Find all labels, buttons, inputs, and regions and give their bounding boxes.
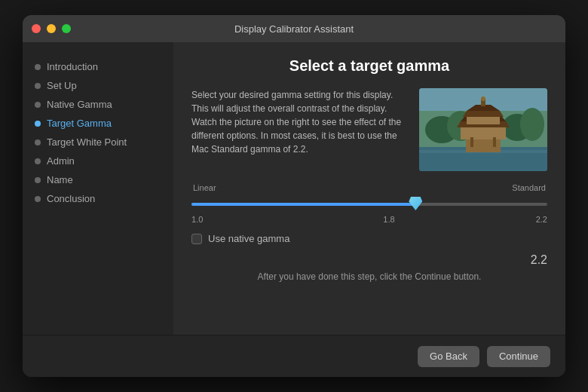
sidebar-label: Target White Point bbox=[47, 136, 127, 148]
sidebar-dot bbox=[35, 177, 41, 183]
sidebar-label: Conclusion bbox=[47, 193, 95, 204]
description-text: Select your desired gamma setting for th… bbox=[191, 88, 409, 171]
svg-marker-14 bbox=[463, 111, 504, 117]
svg-rect-10 bbox=[461, 127, 506, 139]
traffic-lights bbox=[32, 24, 71, 33]
sidebar-dot bbox=[35, 83, 41, 89]
slider-right-label: Standard bbox=[512, 183, 546, 192]
sidebar-label: Admin bbox=[47, 155, 75, 167]
slider-top-labels: Linear Standard bbox=[191, 183, 547, 192]
gamma-slider-section: Linear Standard 1.0 1.8 2.2 bbox=[191, 183, 547, 224]
native-gamma-checkbox[interactable] bbox=[191, 234, 202, 244]
sidebar-dot bbox=[35, 139, 41, 145]
slider-value-labels: 1.0 1.8 2.2 bbox=[191, 215, 547, 224]
svg-point-6 bbox=[520, 108, 544, 141]
body-section: Select your desired gamma setting for th… bbox=[191, 88, 547, 171]
sidebar-item-admin[interactable]: Admin bbox=[23, 152, 173, 170]
sidebar-item-conclusion[interactable]: Conclusion bbox=[23, 189, 173, 208]
slider-track[interactable] bbox=[191, 203, 547, 206]
sidebar-label: Set Up bbox=[47, 80, 77, 91]
continue-button[interactable]: Continue bbox=[487, 346, 550, 367]
sidebar-dot bbox=[35, 64, 41, 70]
preview-scene-svg bbox=[419, 88, 547, 171]
minimize-button[interactable] bbox=[47, 24, 56, 33]
sidebar-dot bbox=[35, 102, 41, 108]
slider-val-current: 2.2 bbox=[536, 215, 547, 224]
preview-image bbox=[419, 88, 547, 171]
sidebar-item-target-gamma[interactable]: Target Gamma bbox=[23, 114, 173, 133]
sidebar-label: Native Gamma bbox=[47, 99, 112, 110]
native-gamma-checkbox-row[interactable]: Use native gamma bbox=[191, 233, 547, 244]
slider-val-mid: 1.8 bbox=[383, 215, 394, 224]
slider-fill bbox=[191, 203, 415, 206]
sidebar-item-name[interactable]: Name bbox=[23, 170, 173, 189]
sidebar-item-introduction[interactable]: Introduction bbox=[23, 57, 173, 76]
slider-left-label: Linear bbox=[193, 183, 216, 192]
page-title: Select a target gamma bbox=[191, 57, 547, 75]
slider-track-container[interactable] bbox=[191, 195, 547, 213]
sidebar-dot-active bbox=[35, 121, 41, 127]
main-panel: Select a target gamma Select your desire… bbox=[173, 42, 565, 335]
sidebar: Introduction Set Up Native Gamma Target … bbox=[23, 42, 173, 335]
svg-point-17 bbox=[481, 96, 485, 101]
sidebar-label-active: Target Gamma bbox=[47, 118, 112, 129]
bottom-instruction: After you have done this step, click the… bbox=[191, 271, 547, 282]
svg-rect-13 bbox=[467, 117, 500, 124]
gamma-value-display: 2.2 bbox=[191, 253, 547, 267]
main-content: Introduction Set Up Native Gamma Target … bbox=[23, 42, 565, 335]
thumb-shape-icon bbox=[409, 197, 422, 210]
application-window: Display Calibrator Assistant Introductio… bbox=[23, 15, 565, 377]
svg-rect-19 bbox=[493, 137, 496, 147]
sidebar-item-target-white-point[interactable]: Target White Point bbox=[23, 133, 173, 152]
sidebar-dot bbox=[35, 196, 41, 202]
footer: Go Back Continue bbox=[23, 335, 565, 377]
slider-val-min: 1.0 bbox=[191, 215, 203, 224]
close-button[interactable] bbox=[32, 24, 41, 33]
sidebar-label: Name bbox=[47, 174, 73, 185]
maximize-button[interactable] bbox=[62, 24, 71, 33]
titlebar: Display Calibrator Assistant bbox=[23, 15, 565, 42]
slider-thumb[interactable] bbox=[409, 197, 422, 212]
svg-rect-18 bbox=[470, 137, 473, 147]
sidebar-label: Introduction bbox=[47, 61, 98, 72]
sidebar-item-native-gamma[interactable]: Native Gamma bbox=[23, 95, 173, 114]
go-back-button[interactable]: Go Back bbox=[418, 346, 479, 367]
sidebar-item-setup[interactable]: Set Up bbox=[23, 76, 173, 95]
native-gamma-label: Use native gamma bbox=[208, 233, 289, 244]
sidebar-dot bbox=[35, 158, 41, 164]
window-title: Display Calibrator Assistant bbox=[234, 23, 354, 35]
